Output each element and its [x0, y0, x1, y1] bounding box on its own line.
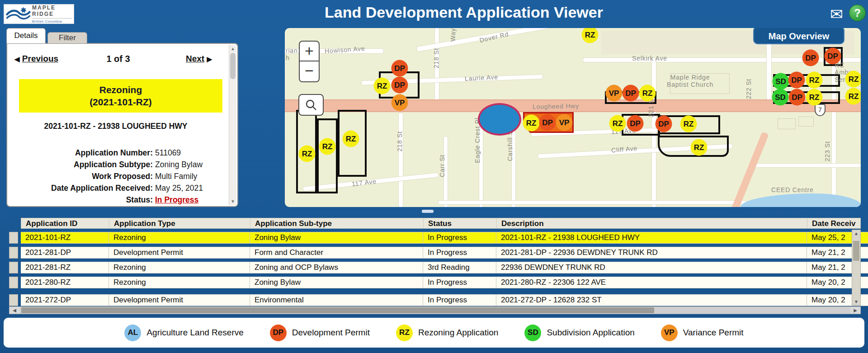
map-marker-dp[interactable]: DP [788, 72, 805, 89]
map-marker-vp[interactable]: VP [606, 85, 623, 102]
map-marker-dp[interactable]: DP [802, 50, 819, 66]
table-cell: 2021-281-RZ [21, 262, 108, 273]
table-vertical-scrollbar[interactable]: ▲ ▼ [852, 230, 861, 306]
map-marker-dp[interactable]: DP [392, 77, 408, 94]
street-label: rian h [286, 47, 298, 61]
tab-details[interactable]: Details [6, 28, 46, 43]
column-header[interactable]: Description [496, 218, 807, 228]
map-marker-vp[interactable]: VP [556, 114, 573, 131]
panel-scrollbar[interactable]: ▲ ▼ [229, 45, 236, 205]
map-marker-rz[interactable]: RZ [845, 71, 861, 88]
panel-scrollbar-thumb[interactable] [230, 53, 236, 79]
next-label[interactable]: Next [186, 54, 204, 63]
legend-item-sd: SDSubdivision Application [524, 325, 634, 341]
scroll-up-icon[interactable]: ▲ [852, 231, 860, 236]
map-marker-vp[interactable]: VP [392, 94, 408, 111]
column-header[interactable]: Application Sub-type [250, 218, 423, 228]
scroll-left-icon[interactable]: ◀ [9, 307, 19, 314]
table-hscroll-thumb[interactable] [21, 307, 654, 313]
table-horizontal-scrollbar[interactable]: ◀ ▶ [9, 306, 861, 314]
map-marker-rz[interactable]: RZ [639, 85, 656, 102]
row-selector[interactable] [9, 277, 18, 288]
table-cell: In Progress [423, 247, 496, 259]
table-row[interactable]: 2021-281-DPDevelopment PermitForm and Ch… [9, 247, 861, 259]
column-header[interactable]: Date Receiv [807, 218, 868, 228]
map-marker-dp[interactable]: DP [627, 115, 644, 132]
map-marker-sd[interactable]: SD [773, 73, 789, 90]
map-marker-rz[interactable]: RZ [609, 115, 626, 132]
status-value-link[interactable]: In Progress [155, 194, 224, 206]
maple-ridge-logo-icon [4, 5, 32, 23]
map-marker-dp[interactable]: DP [825, 48, 841, 65]
map-marker-rz[interactable]: RZ [374, 78, 391, 94]
mail-icon[interactable]: ✉ [830, 6, 843, 22]
table-cell: Zoning Bylaw [250, 232, 423, 244]
legend-item-rz: RZRezoning Application [396, 325, 498, 341]
zoom-out-button[interactable]: − [299, 61, 320, 82]
map-marker-rz[interactable]: RZ [680, 116, 697, 132]
water [741, 193, 861, 207]
legend-badge-al-icon: AL [124, 325, 141, 341]
row-selector[interactable] [9, 247, 18, 259]
map-marker-dp[interactable]: DP [539, 114, 556, 131]
table-row[interactable]: 2021-280-RZRezoningZoning BylawIn Progre… [9, 277, 861, 288]
legend-label: Agriculture Land Reserve [146, 328, 243, 338]
table-cell: Rezoning [108, 262, 250, 273]
scroll-down-icon[interactable]: ▼ [229, 199, 236, 204]
table-row[interactable]: 2021-101-RZRezoningZoning BylawIn Progre… [9, 232, 861, 244]
row-selector[interactable] [9, 232, 18, 244]
map-marker-rz[interactable]: RZ [691, 139, 708, 156]
zoom-in-button[interactable]: + [299, 41, 320, 61]
field-label: Application Number: [7, 147, 153, 159]
map-overview-button[interactable]: Map Overview [753, 28, 844, 44]
table-row[interactable]: 2021-272-DPDevelopment PermitEnvironment… [9, 294, 861, 306]
map-marker-dp[interactable]: DP [789, 89, 806, 106]
tab-filter[interactable]: Filter [47, 32, 87, 43]
road [439, 201, 746, 204]
map-marker-rz[interactable]: RZ [523, 115, 540, 132]
map-marker-rz[interactable]: RZ [582, 28, 599, 43]
selected-parcel-ellipse[interactable] [478, 103, 521, 136]
map-marker-rz[interactable]: RZ [845, 88, 861, 105]
table-header-row: Application IDApplication TypeApplicatio… [21, 218, 861, 229]
map-search-button[interactable] [298, 94, 324, 116]
scroll-up-icon[interactable]: ▲ [229, 46, 236, 51]
field-value: Multi Family [155, 170, 224, 182]
zoom-controls: + − [299, 41, 320, 82]
map-marker-rz[interactable]: RZ [319, 138, 336, 155]
scroll-down-icon[interactable]: ▼ [852, 299, 860, 304]
scroll-right-icon[interactable]: ▶ [850, 307, 860, 314]
panel-resize-handle[interactable] [422, 210, 434, 213]
field-label: Date Application Received: [7, 182, 153, 194]
legend-item-al: ALAgriculture Land Reserve [124, 325, 243, 341]
row-selector[interactable] [9, 262, 18, 273]
application-heading: 2021-101-RZ - 21938 LOUGHEED HWY [7, 122, 224, 131]
row-selector[interactable] [9, 294, 18, 306]
next-link[interactable]: Next ▶ [186, 54, 212, 64]
table-body: 2021-101-RZRezoningZoning BylawIn Progre… [9, 232, 861, 306]
map-marker-rz[interactable]: RZ [343, 131, 359, 147]
road [399, 113, 403, 207]
legend-label: Development Permit [292, 328, 370, 338]
map-marker-rz[interactable]: RZ [806, 72, 823, 89]
table-cell: In Progress [423, 294, 496, 306]
map-marker-dp[interactable]: DP [392, 60, 408, 77]
table-vscroll-thumb[interactable] [853, 241, 859, 261]
maple-ridge-logo: MAPLE RIDGE British Columbia [4, 4, 74, 24]
map-marker-rz[interactable]: RZ [299, 146, 316, 162]
table-row[interactable]: 2021-281-RZRezoningZoning and OCP Bylaws… [9, 262, 861, 273]
map-marker-rz[interactable]: RZ [806, 89, 823, 106]
street-label: Carr St [439, 155, 446, 177]
column-header[interactable]: Status [423, 218, 496, 228]
column-header[interactable]: Application ID [21, 218, 109, 228]
map-marker-dp[interactable]: DP [656, 116, 672, 132]
legend-label: Variance Permit [683, 328, 744, 338]
map-marker-sd[interactable]: SD [772, 89, 789, 106]
detail-field: Date Application Received:May 25, 2021 [7, 182, 224, 194]
table-cell: Development Permit [108, 294, 250, 306]
map[interactable]: 7 Howison AveDover RdWay218 StLaurie Ave… [285, 28, 861, 207]
map-marker-dp[interactable]: DP [623, 85, 639, 102]
help-icon[interactable]: ? [849, 5, 866, 21]
field-value: 511069 [155, 147, 224, 159]
column-header[interactable]: Application Type [109, 218, 250, 228]
